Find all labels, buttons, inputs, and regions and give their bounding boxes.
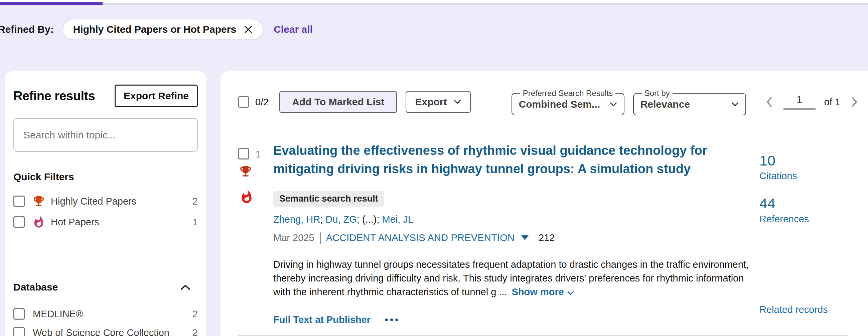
refined-by-bar: Refined By: Highly Cited Papers or Hot P… [0,19,313,40]
chevron-down-icon [731,102,739,107]
full-text-link[interactable]: Full Text at Publisher [273,314,371,325]
highly-cited-checkbox[interactable] [13,196,25,207]
close-icon[interactable] [244,25,253,34]
wos-core-checkbox[interactable] [13,327,25,336]
page-number-input[interactable] [783,94,815,110]
result-abstract: Driving in highway tunnel groups necessi… [273,258,756,299]
page-of-label: of 1 [824,96,840,108]
database-section-toggle[interactable]: Database [13,281,198,293]
toolbar-divider [238,125,860,125]
top-tab-track [0,0,868,5]
result-record: 1 Evaluating the effectiveness of rhythm… [238,137,860,325]
wos-core-count: 2 [192,327,198,336]
references-count[interactable]: 44 [760,196,860,211]
sort-by-value: Relevance [641,99,690,110]
hot-papers-label: Hot Papers [51,217,99,228]
sort-by-select[interactable]: Sort by Relevance [633,89,746,115]
article-number: 212 [538,232,555,243]
chevron-down-icon [610,102,617,107]
hot-papers-checkbox[interactable] [13,216,25,228]
hot-papers-count: 1 [192,217,198,228]
references-label[interactable]: References [760,214,860,225]
select-all-checkbox[interactable] [238,96,249,108]
preferred-search-results-select[interactable]: Preferred Search Results Combined Sem... [512,89,624,115]
preferred-search-results-value: Combined Sem... [519,99,600,110]
publication-date: Mar 2025 [273,232,314,243]
show-more-link[interactable]: Show more [512,286,574,297]
chevron-down-icon [567,291,574,295]
result-rail: 1 [238,137,273,325]
export-button-label: Export [415,96,447,108]
filter-row-hot-papers[interactable]: Hot Papers 1 [13,215,198,229]
source-divider [320,232,321,244]
journal-dropdown-icon[interactable] [521,235,529,240]
sort-by-label: Sort by [642,89,673,98]
author-link[interactable]: Zheng, HR [273,214,320,225]
citations-group: 10 Citations [760,153,860,181]
abstract-text: Driving in highway tunnel groups necessi… [273,259,749,297]
medline-count: 2 [192,309,198,319]
refine-filter-chip[interactable]: Highly Cited Papers or Hot Papers [62,19,264,40]
chevron-down-icon [454,100,461,104]
previous-page-button[interactable] [764,96,774,107]
search-within-topic-input[interactable] [13,118,198,152]
tab-track-line [102,3,868,5]
chevron-right-icon [851,96,858,107]
more-options-icon[interactable]: ••• [384,315,400,325]
results-toolbar: 0/2 Add To Marked List Export Preferred … [238,89,860,115]
highly-cited-count: 2 [192,196,198,207]
active-tab-indicator [0,2,102,5]
result-title-link[interactable]: Evaluating the effectiveness of rhythmic… [273,141,708,178]
export-refine-button[interactable]: Export Refine [115,85,198,107]
highly-cited-trophy-icon [239,164,253,179]
result-index: 1 [255,149,260,160]
medline-label: MEDLINE® [33,309,83,319]
database-title: Database [13,281,58,293]
add-to-marked-list-button[interactable]: Add To Marked List [279,91,397,113]
citations-label[interactable]: Citations [760,170,860,181]
refine-sidebar: Refine results Export Refine Quick Filte… [5,71,207,336]
chevron-up-icon [180,284,190,290]
quick-filters-title: Quick Filters [13,171,198,183]
export-button[interactable]: Export [406,91,471,113]
chevron-left-icon [766,96,772,107]
flame-icon [32,215,45,229]
semantic-search-badge: Semantic search result [273,191,384,206]
selected-count: 0/2 [255,96,269,108]
abstract-ellipsis: ... [499,286,507,297]
citations-count[interactable]: 10 [760,153,860,168]
pagination: of 1 [764,94,860,110]
show-more-label: Show more [512,286,564,297]
next-page-button[interactable] [849,96,860,107]
trophy-icon [32,195,45,208]
clear-all-link[interactable]: Clear all [274,24,313,35]
author-link[interactable]: Mei, JL [382,214,413,225]
hot-paper-flame-icon [239,188,254,207]
result-source-row: Mar 2025 ACCIDENT ANALYSIS AND PREVENTIO… [273,232,760,244]
preferred-search-results-label: Preferred Search Results [520,89,615,98]
filter-row-wos-core[interactable]: Web of Science Core Collection 2 [13,327,198,336]
result-checkbox[interactable] [238,148,249,160]
related-records-link[interactable]: Related records [760,304,828,315]
highly-cited-label: Highly Cited Papers [51,196,136,207]
wos-core-label: Web of Science Core Collection [33,327,169,336]
author-link[interactable]: Du, ZG [326,214,356,225]
result-content: Evaluating the effectiveness of rhythmic… [273,137,760,325]
refined-by-label: Refined By: [0,24,54,35]
filter-row-medline[interactable]: MEDLINE® 2 [13,308,198,319]
refine-results-title: Refine results [13,89,95,103]
filter-row-highly-cited[interactable]: Highly Cited Papers 2 [13,195,198,208]
author-separator: ; [320,214,326,225]
refine-chip-label: Highly Cited Papers or Hot Papers [73,24,236,35]
results-panel: 0/2 Add To Marked List Export Preferred … [220,71,868,336]
references-group: 44 References [760,196,860,224]
result-authors: Zheng, HR; Du, ZG; (...); Mei, JL [273,214,760,225]
author-separator: ; (...); [357,214,382,225]
medline-checkbox[interactable] [13,308,25,319]
full-text-row: Full Text at Publisher ••• [273,314,760,325]
result-stats: 10 Citations 44 References Related recor… [760,137,860,325]
journal-link[interactable]: ACCIDENT ANALYSIS AND PREVENTION [326,232,515,243]
